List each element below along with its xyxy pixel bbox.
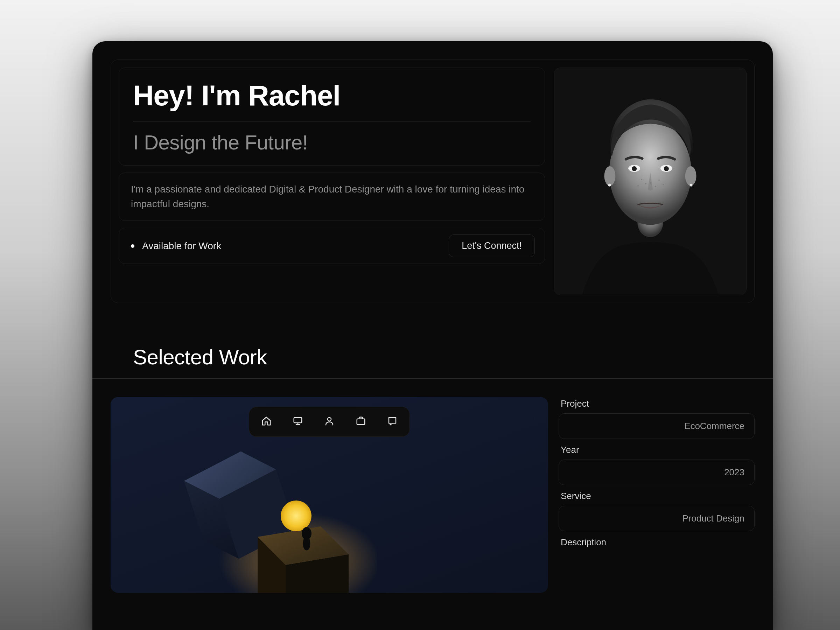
svg-point-13 <box>658 180 660 181</box>
svg-point-14 <box>663 184 664 185</box>
svg-point-5 <box>690 184 693 186</box>
briefcase-icon <box>355 416 366 428</box>
svg-point-10 <box>641 179 642 180</box>
hero-headline-card: Hey! I'm Rachel I Design the Future! <box>118 68 545 166</box>
nav-work[interactable] <box>284 413 312 431</box>
svg-rect-21 <box>357 418 365 424</box>
hero-cta-row: Available for Work Let's Connect! <box>118 228 545 264</box>
svg-point-9 <box>664 166 669 171</box>
hero-section: Hey! I'm Rachel I Design the Future! I'm… <box>111 60 755 303</box>
svg-point-29 <box>281 501 311 531</box>
svg-point-2 <box>604 166 615 186</box>
svg-point-8 <box>632 166 637 171</box>
availability-status: Available for Work <box>131 240 221 252</box>
svg-point-30 <box>302 527 311 540</box>
meta-value-service: Product Design <box>559 506 755 531</box>
availability-label: Available for Work <box>142 240 221 252</box>
nav-contact[interactable] <box>378 413 407 431</box>
floating-nav <box>249 407 410 437</box>
portrait-illustration <box>554 68 746 295</box>
device-frame: Hey! I'm Rachel I Design the Future! I'm… <box>92 41 773 630</box>
meta-value-year: 2023 <box>559 459 755 485</box>
svg-point-11 <box>645 183 646 185</box>
svg-point-16 <box>650 182 651 184</box>
hero-subtitle: I Design the Future! <box>133 131 531 154</box>
svg-point-15 <box>655 186 656 187</box>
meta-label-year: Year <box>559 445 755 455</box>
meta-label-service: Service <box>559 491 755 502</box>
svg-point-3 <box>685 166 696 186</box>
nav-home[interactable] <box>252 413 281 431</box>
svg-point-4 <box>608 184 611 186</box>
section-divider <box>92 378 773 379</box>
hero-title: Hey! I'm Rachel <box>133 81 531 111</box>
connect-button[interactable]: Let's Connect! <box>449 235 535 257</box>
work-row: Project EcoCommerce Year 2023 Service Pr… <box>111 397 755 593</box>
svg-rect-17 <box>294 418 302 423</box>
nav-services[interactable] <box>346 413 375 431</box>
work-meta: Project EcoCommerce Year 2023 Service Pr… <box>559 397 755 593</box>
nav-about[interactable] <box>315 413 344 431</box>
hero-portrait <box>554 68 747 295</box>
work-3d-scene <box>132 446 377 593</box>
monitor-icon <box>293 416 303 428</box>
svg-point-20 <box>328 418 331 421</box>
work-image <box>111 397 548 593</box>
home-icon <box>261 416 272 428</box>
hero-left-column: Hey! I'm Rachel I Design the Future! I'm… <box>118 68 545 295</box>
selected-work-title: Selected Work <box>133 345 755 369</box>
svg-point-12 <box>637 185 639 186</box>
hero-bio: I'm a passionate and dedicated Digital &… <box>118 172 545 221</box>
availability-dot-icon <box>131 244 134 248</box>
message-icon <box>387 416 398 428</box>
hero-divider <box>133 121 531 122</box>
user-icon <box>324 416 335 428</box>
meta-label-project: Project <box>559 398 755 409</box>
meta-label-description: Description <box>559 537 755 548</box>
meta-value-project: EcoCommerce <box>559 413 755 439</box>
